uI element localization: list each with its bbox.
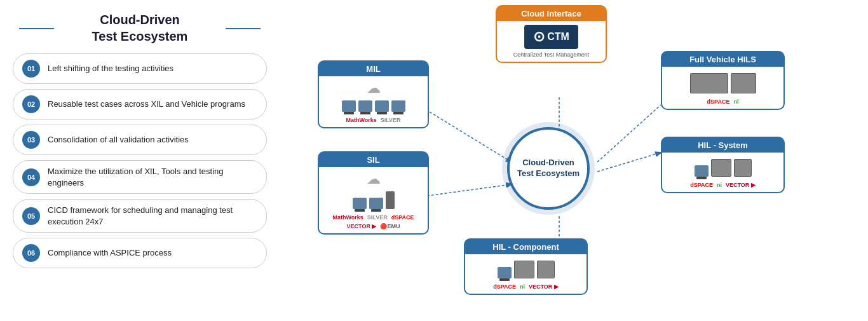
- diagram-panel: Cloud Interface ⊙ CTM Centralized Test M…: [280, 0, 868, 321]
- ctm-subtitle: Centralized Test Management: [513, 51, 589, 58]
- hil-system-brands: dSPACE ni VECTOR ▶: [690, 182, 756, 188]
- silver-brand: SILVER: [367, 214, 388, 221]
- mil-cloud-icon: ☁: [367, 80, 381, 97]
- hil-system-box: HIL - System dSPACE ni VECTOR ▶: [661, 137, 785, 193]
- vector-brand: VECTOR ▶: [726, 182, 756, 188]
- left-panel: Cloud-Driven Test Ecosystem 01 Left shif…: [0, 0, 280, 321]
- ctm-logo: ⊙ CTM: [524, 25, 578, 49]
- item-number-2: 02: [22, 95, 40, 113]
- vector-brand: VECTOR ▶: [529, 283, 559, 290]
- cloud-interface-content: ⊙ CTM Centralized Test Management: [503, 25, 599, 58]
- full-vehicle-icons: [690, 73, 756, 93]
- full-vehicle-header: Full Vehicle HILS: [662, 52, 783, 67]
- dspace-brand: dSPACE: [391, 214, 414, 221]
- full-vehicle-content: dSPACE ni: [667, 71, 778, 105]
- ni-brand: ni: [717, 182, 722, 188]
- computer-icon: [369, 198, 383, 209]
- mil-header: MIL: [319, 62, 428, 76]
- rack-icon: [514, 261, 534, 278]
- computer-icon: [695, 165, 709, 177]
- list-item-5: 05 CICD framework for scheduling and man…: [13, 199, 267, 233]
- item-text-2: Reusable test cases across XIL and Vehic…: [48, 99, 245, 110]
- sil-box: SIL ☁ MathWorks SILVER dSPACE VECTOR ▶ 🔴…: [318, 151, 429, 235]
- sil-computers: [353, 191, 395, 209]
- cloud-interface-box: Cloud Interface ⊙ CTM Centralized Test M…: [496, 5, 607, 63]
- hil-component-brands: dSPACE ni VECTOR ▶: [493, 283, 559, 290]
- center-circle: Cloud-Driven Test Ecosystem: [507, 127, 590, 210]
- main-title: Cloud-Driven Test Ecosystem: [13, 11, 267, 44]
- tower-icon: [386, 191, 395, 209]
- hil-system-header: HIL - System: [662, 138, 783, 153]
- item-number-5: 05: [22, 207, 40, 225]
- rack-icon: [734, 159, 752, 177]
- silver-brand: SILVER: [381, 117, 401, 123]
- list-item-4: 04 Maximize the utilization of XIL, Tool…: [13, 160, 267, 194]
- svg-line-0: [418, 105, 512, 162]
- rack-icon: [690, 73, 728, 93]
- computer-icon: [375, 100, 389, 112]
- item-number-6: 06: [22, 244, 40, 262]
- center-text: Cloud-Driven Test Ecosystem: [517, 158, 580, 179]
- svg-line-1: [418, 184, 512, 197]
- svg-line-5: [597, 105, 661, 162]
- mil-brands: MathWorks SILVER: [346, 117, 400, 123]
- item-number-4: 04: [22, 168, 40, 186]
- emu-brand: 🔴EMU: [380, 223, 400, 229]
- item-text-3: Consolidation of all validation activiti…: [48, 134, 189, 146]
- item-text-4: Maximize the utilization of XIL, Tools a…: [48, 166, 257, 188]
- item-number-3: 03: [22, 131, 40, 149]
- list-item-3: 03 Consolidation of all validation activ…: [13, 125, 267, 155]
- computer-icon: [342, 100, 356, 112]
- computer-icon: [498, 267, 512, 278]
- item-text-6: Compliance with ASPICE process: [48, 247, 172, 259]
- hil-component-box: HIL - Component dSPACE ni VECTOR ▶: [464, 238, 588, 295]
- mathworks-brand: MathWorks: [346, 117, 376, 123]
- list-item-1: 01 Left shifting of the testing activiti…: [13, 53, 267, 84]
- hil-component-icons: [498, 261, 555, 278]
- computer-icon: [353, 198, 367, 209]
- sil-brands: MathWorks SILVER dSPACE: [332, 214, 414, 221]
- rack-icon: [711, 159, 731, 177]
- dspace-brand: dSPACE: [690, 182, 713, 188]
- ni-brand: ni: [733, 99, 738, 105]
- hil-component-content: dSPACE ni VECTOR ▶: [470, 258, 581, 290]
- mathworks-brand: MathWorks: [332, 214, 363, 221]
- vector-brand: VECTOR ▶: [347, 223, 377, 229]
- rack-icon: [537, 261, 555, 278]
- full-vehicle-box: Full Vehicle HILS dSPACE ni: [661, 51, 785, 110]
- rack-icon: [731, 73, 756, 93]
- full-vehicle-brands: dSPACE ni: [707, 99, 739, 105]
- mil-content: ☁ MathWorks SILVER: [324, 80, 423, 123]
- cloud-interface-header: Cloud Interface: [497, 6, 606, 21]
- item-text-5: CICD framework for scheduling and managi…: [48, 205, 257, 227]
- item-number-1: 01: [22, 60, 40, 78]
- sil-header: SIL: [319, 153, 428, 167]
- item-text-1: Left shifting of the testing activities: [48, 63, 173, 74]
- svg-line-2: [597, 153, 661, 172]
- mil-computers: [342, 100, 405, 112]
- hil-system-content: dSPACE ni VECTOR ▶: [667, 156, 778, 188]
- list-item-2: 02 Reusable test cases across XIL and Ve…: [13, 89, 267, 120]
- mil-box: MIL ☁ MathWorks SILVER: [318, 60, 429, 128]
- sil-cloud-icon: ☁: [367, 171, 381, 188]
- computer-icon: [358, 100, 372, 112]
- hil-component-header: HIL - Component: [465, 240, 587, 254]
- sil-brands-2: VECTOR ▶ 🔴EMU: [347, 223, 400, 229]
- ni-brand: ni: [520, 283, 525, 290]
- hil-system-icons: [695, 159, 752, 177]
- sil-content: ☁ MathWorks SILVER dSPACE VECTOR ▶ 🔴EMU: [324, 171, 423, 229]
- dspace-brand: dSPACE: [493, 283, 516, 290]
- dspace-brand: dSPACE: [707, 99, 730, 105]
- list-item-6: 06 Compliance with ASPICE process: [13, 238, 267, 268]
- computer-icon: [391, 100, 405, 112]
